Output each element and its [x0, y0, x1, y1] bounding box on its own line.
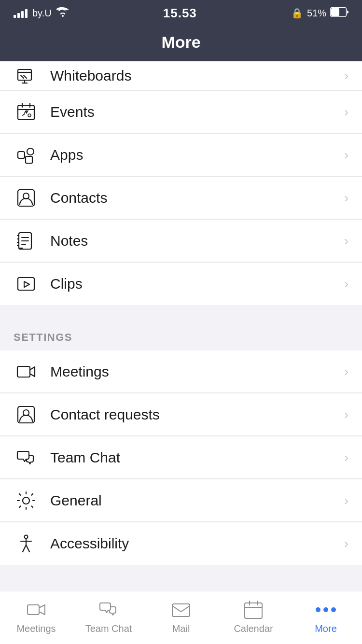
page-title: More	[0, 33, 362, 52]
svg-line-6	[21, 75, 24, 78]
content-area: Whiteboards › Events ›	[0, 61, 362, 618]
status-right: 🔒 51%	[291, 7, 348, 19]
svg-point-33	[25, 535, 28, 539]
tab-mail[interactable]: Mail	[145, 597, 217, 634]
menu-item-apps[interactable]: Apps ›	[0, 134, 362, 176]
svg-point-12	[28, 114, 31, 117]
team-chat-icon	[14, 445, 39, 470]
contacts-label: Contacts	[50, 190, 344, 206]
carrier-label: by.U	[32, 8, 52, 19]
notes-chevron: ›	[344, 233, 348, 249]
apps-label: Apps	[50, 147, 344, 163]
signal-bars	[14, 8, 28, 18]
settings-section-label: SETTINGS	[0, 320, 362, 350]
accessibility-icon	[14, 531, 39, 556]
menu-item-contact-requests[interactable]: Contact requests ›	[0, 393, 362, 436]
svg-rect-27	[18, 278, 34, 290]
apps-chevron: ›	[344, 147, 348, 163]
tab-bar: Meetings Team Chat Mail	[0, 591, 362, 644]
tab-calendar[interactable]: Calendar	[217, 597, 290, 634]
lock-icon: 🔒	[291, 7, 303, 19]
more-dot-3	[331, 607, 336, 612]
meetings-label: Meetings	[50, 364, 344, 380]
battery-percent: 51%	[307, 8, 326, 19]
contact-requests-icon	[14, 402, 39, 427]
svg-line-7	[24, 75, 27, 78]
svg-rect-38	[28, 605, 39, 615]
team-chat-label: Team Chat	[50, 449, 344, 466]
menu-item-general[interactable]: General ›	[0, 479, 362, 522]
svg-rect-29	[17, 366, 30, 377]
tab-more-label: More	[315, 623, 337, 634]
menu-item-meetings[interactable]: Meetings ›	[0, 350, 362, 393]
status-bar: by.U 15.53 🔒 51%	[0, 0, 362, 26]
contacts-icon	[14, 185, 39, 210]
accessibility-chevron: ›	[344, 536, 348, 551]
tab-mail-icon	[170, 599, 192, 620]
contact-requests-label: Contact requests	[50, 406, 344, 423]
battery-icon	[330, 7, 348, 19]
clips-chevron: ›	[344, 276, 348, 292]
tab-team-chat-label: Team Chat	[85, 623, 132, 634]
tab-team-chat-icon	[98, 599, 119, 620]
meetings-chevron: ›	[344, 364, 348, 379]
accessibility-label: Accessibility	[50, 535, 344, 552]
clips-icon	[14, 271, 39, 296]
wifi-icon	[56, 7, 69, 19]
general-label: General	[50, 492, 344, 509]
whiteboard-icon	[14, 63, 39, 88]
events-label: Events	[50, 104, 344, 120]
events-icon	[14, 99, 39, 125]
svg-rect-2	[18, 70, 31, 80]
svg-rect-40	[245, 603, 262, 618]
svg-rect-15	[26, 156, 32, 163]
tab-calendar-icon	[243, 599, 264, 620]
events-chevron: ›	[344, 104, 348, 120]
tab-meetings-icon	[26, 599, 47, 620]
svg-rect-39	[172, 604, 190, 616]
tab-more[interactable]: More	[290, 597, 362, 634]
tab-team-chat[interactable]: Team Chat	[72, 597, 145, 634]
tab-mail-label: Mail	[172, 623, 190, 634]
menu-item-whiteboards[interactable]: Whiteboards ›	[0, 61, 362, 90]
notes-icon	[14, 228, 39, 253]
svg-rect-1	[331, 8, 339, 16]
meetings-icon	[14, 359, 39, 384]
tab-calendar-label: Calendar	[234, 623, 273, 634]
top-menu-group: Whiteboards › Events ›	[0, 61, 362, 305]
apps-icon	[14, 142, 39, 168]
svg-point-14	[27, 148, 34, 155]
tab-more-icon	[315, 599, 336, 620]
more-dot-2	[323, 607, 328, 612]
svg-line-36	[23, 545, 26, 552]
clips-label: Clips	[50, 276, 344, 292]
time-display: 15.53	[163, 6, 197, 21]
team-chat-chevron: ›	[344, 450, 348, 465]
whiteboards-chevron: ›	[344, 68, 348, 84]
svg-marker-28	[24, 281, 29, 287]
more-dot-1	[316, 607, 320, 612]
menu-item-events[interactable]: Events ›	[0, 91, 362, 133]
menu-item-notes[interactable]: Notes ›	[0, 220, 362, 262]
svg-rect-13	[18, 152, 25, 158]
settings-menu-group: Meetings › Contact requests ›	[0, 350, 362, 565]
notes-label: Notes	[50, 233, 344, 249]
menu-item-team-chat[interactable]: Team Chat ›	[0, 436, 362, 479]
svg-point-32	[23, 497, 29, 504]
svg-line-37	[26, 545, 29, 552]
whiteboards-label: Whiteboards	[50, 68, 344, 84]
general-icon	[14, 488, 39, 513]
contacts-chevron: ›	[344, 190, 348, 206]
page-header: More	[0, 26, 362, 61]
status-left: by.U	[14, 7, 69, 19]
contact-requests-chevron: ›	[344, 407, 348, 422]
general-chevron: ›	[344, 493, 348, 508]
menu-item-contacts[interactable]: Contacts ›	[0, 177, 362, 219]
tab-meetings[interactable]: Meetings	[0, 597, 72, 634]
tab-meetings-label: Meetings	[16, 623, 56, 634]
menu-item-clips[interactable]: Clips ›	[0, 263, 362, 305]
menu-item-accessibility[interactable]: Accessibility ›	[0, 522, 362, 565]
